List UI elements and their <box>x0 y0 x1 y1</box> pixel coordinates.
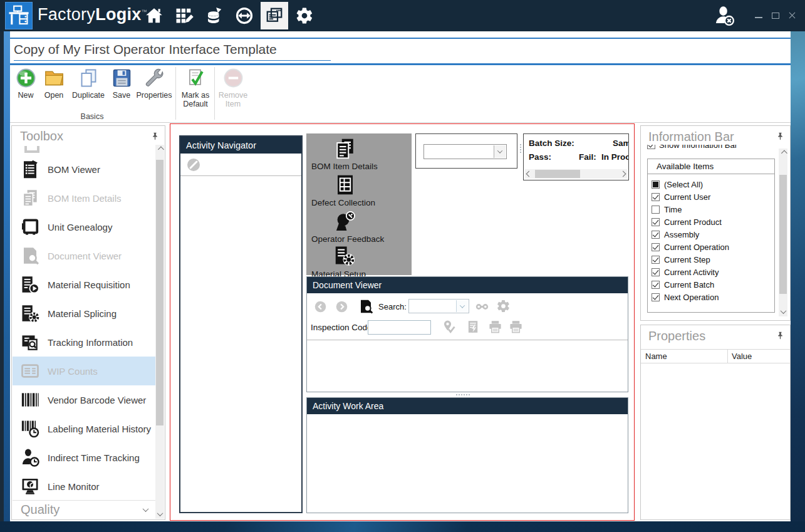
next-operation-checkbox[interactable] <box>652 293 660 301</box>
inspection-code-input[interactable] <box>368 320 431 335</box>
widget-combobox[interactable] <box>423 144 507 159</box>
horizontal-splitter-handle[interactable] <box>456 394 470 396</box>
pin-check-icon[interactable] <box>442 320 457 335</box>
nav-home-button[interactable] <box>140 2 168 29</box>
print-icon[interactable] <box>488 320 502 334</box>
select-all-checkbox[interactable] <box>652 180 660 189</box>
show-information-bar-checkbox[interactable] <box>647 145 655 149</box>
toolbox-item-wip-counts[interactable]: WIP Counts <box>13 357 157 385</box>
name-column-header[interactable]: Name <box>645 352 667 361</box>
scroll-down-arrow[interactable] <box>155 509 164 519</box>
nav-operator-templates-button[interactable] <box>261 2 288 29</box>
item-assembly[interactable]: Assembly <box>648 228 774 241</box>
current-step-checkbox[interactable] <box>652 256 660 264</box>
current-batch-checkbox[interactable] <box>652 281 660 289</box>
toolbox-item-line-monitor[interactable]: Line Monitor <box>13 472 157 501</box>
toolbox-section-quality[interactable]: Quality <box>13 500 157 519</box>
toolbox-item-bom-viewer[interactable]: BOM Viewer <box>13 155 157 184</box>
item-current-batch[interactable]: Current Batch <box>648 278 774 291</box>
pin-icon[interactable] <box>776 331 784 340</box>
batch-horizontal-scrollbar[interactable] <box>525 169 627 179</box>
vertical-splitter-handle[interactable] <box>519 144 522 153</box>
print-all-icon[interactable] <box>509 320 523 334</box>
new-button[interactable]: New <box>13 68 39 100</box>
toolbox-item-bom-item-details[interactable]: BOM Item Details <box>13 184 157 212</box>
maximize-button[interactable] <box>771 11 781 21</box>
data-stack-icon <box>205 6 224 25</box>
sample-label: Samp <box>613 138 629 148</box>
scroll-right-arrow[interactable] <box>619 169 627 179</box>
current-activity-checkbox[interactable] <box>652 268 660 276</box>
column-divider[interactable] <box>727 350 728 363</box>
toolbox-item-vendor-barcode-viewer[interactable]: Vendor Barcode Viewer <box>13 385 157 414</box>
user-logout-button[interactable] <box>712 3 737 28</box>
item-select-all[interactable]: (Select All) <box>648 178 774 190</box>
available-items-list: Available Items (Select All) Current Use… <box>647 159 775 313</box>
palette-item-operator-feedback[interactable]: Operator Feedback <box>306 210 412 244</box>
item-current-user[interactable]: Current User <box>648 190 774 203</box>
forward-button[interactable] <box>335 300 348 313</box>
scroll-up-arrow[interactable] <box>155 145 164 154</box>
time-checkbox[interactable] <box>652 206 660 214</box>
mark-as-default-button[interactable]: Mark as Default <box>179 68 212 109</box>
template-title-field[interactable]: Copy of My First Operator Interface Temp… <box>14 42 331 61</box>
save-button[interactable]: Save <box>109 68 134 100</box>
document-search-icon[interactable] <box>358 299 373 314</box>
toolbox-scrollbar[interactable] <box>155 145 164 519</box>
scroll-down-arrow[interactable] <box>779 307 787 316</box>
remove-item-button[interactable]: Remove Item <box>218 68 248 109</box>
palette-item-defect-collection[interactable]: Defect Collection <box>306 174 412 207</box>
current-product-checkbox[interactable] <box>652 218 660 226</box>
toolbox-item-unit-genealogy[interactable]: Unit Genealogy <box>13 212 157 241</box>
close-button[interactable] <box>787 11 797 21</box>
viewer-settings-gear-icon[interactable] <box>496 299 511 313</box>
assembly-checkbox[interactable] <box>652 231 660 239</box>
item-current-operation[interactable]: Current Operation <box>648 241 774 253</box>
toolbox-item-indirect-time-tracking[interactable]: Indirect Time Tracking <box>13 443 157 472</box>
material-requisition-icon <box>21 275 39 294</box>
scrolled-item-fragment <box>24 146 39 153</box>
nav-distribution-button[interactable] <box>231 2 258 29</box>
minimize-button[interactable] <box>754 11 764 21</box>
item-current-step[interactable]: Current Step <box>648 253 774 266</box>
combo-dropdown-button[interactable] <box>494 145 506 158</box>
item-current-activity[interactable]: Current Activity <box>648 266 774 278</box>
scrollbar-thumb[interactable] <box>779 175 787 294</box>
show-information-bar-row[interactable]: Show Information Bar <box>647 145 774 151</box>
combo-dropdown-button[interactable] <box>456 300 468 312</box>
toolbox-item-material-requisition[interactable]: Material Requisition <box>13 270 157 299</box>
toolbox-item-document-viewer[interactable]: Document Viewer <box>13 241 157 270</box>
scroll-up-arrow[interactable] <box>779 149 787 158</box>
information-bar-scrollbar[interactable] <box>779 149 787 316</box>
barcode-clock-icon <box>21 419 39 438</box>
nav-plan-button[interactable] <box>170 2 198 29</box>
duplicate-button[interactable]: Duplicate <box>69 68 108 100</box>
wip-counts-icon <box>21 362 39 380</box>
scroll-left-arrow[interactable] <box>525 169 533 179</box>
flash-document-icon[interactable] <box>466 320 480 334</box>
open-button[interactable]: Open <box>40 68 68 100</box>
scrollbar-thumb[interactable] <box>535 170 580 178</box>
scrollbar-thumb[interactable] <box>156 160 164 425</box>
find-binoculars-icon[interactable] <box>475 300 489 314</box>
toolbox-item-material-splicing[interactable]: Material Splicing <box>13 299 157 328</box>
current-user-checkbox[interactable] <box>652 193 660 201</box>
properties-button[interactable]: Properties <box>135 68 173 100</box>
item-next-operation[interactable]: Next Operation <box>648 291 774 303</box>
chevron-down-icon <box>143 506 149 512</box>
nav-settings-button[interactable] <box>291 2 318 29</box>
toolbox-item-labeling-material-history[interactable]: Labeling Material History <box>13 414 157 443</box>
palette-item-bom-item-details[interactable]: BOM Item Details <box>306 137 412 171</box>
item-time[interactable]: Time <box>648 203 774 216</box>
back-button[interactable] <box>314 300 327 313</box>
value-column-header[interactable]: Value <box>732 352 752 361</box>
toolbox-item-tracking-information[interactable]: Tracking Information <box>13 328 157 357</box>
pin-icon[interactable] <box>776 132 784 141</box>
palette-item-material-setup[interactable]: Material Setup <box>306 245 412 279</box>
sync-circle-icon <box>235 6 254 25</box>
item-current-product[interactable]: Current Product <box>648 216 774 228</box>
current-operation-checkbox[interactable] <box>652 243 660 251</box>
pin-icon[interactable] <box>151 132 159 141</box>
search-combobox[interactable] <box>408 299 469 313</box>
nav-data-import-button[interactable] <box>200 2 228 29</box>
